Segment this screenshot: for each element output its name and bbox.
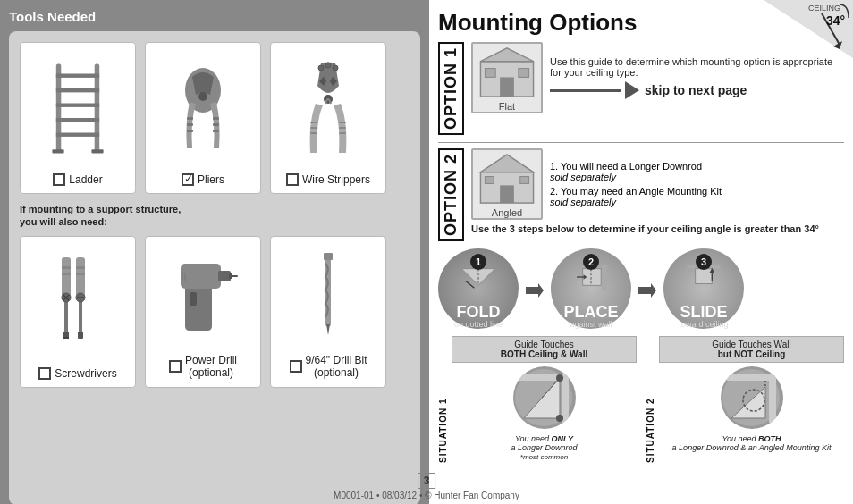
step3-number: 3 [696,254,712,270]
angle-badge: CEILING 34° [755,0,853,58]
power-drill-label: Power Drill(optional) [169,354,237,380]
svg-rect-40 [76,273,85,275]
step1-number: 1 [470,254,486,270]
step2-number: 2 [583,254,599,270]
situation2-label: SITUATION 2 [646,336,655,463]
svg-rect-3 [56,88,99,92]
tools-row-1: Ladder [20,42,410,194]
svg-rect-44 [218,271,231,281]
svg-marker-71 [526,283,544,298]
left-panel: Tools Needed [0,0,429,504]
tool-card-drill-bit: 9/64" Drill Bit(optional) [270,236,386,388]
wire-strippers-label: Wire Strippers [286,173,370,186]
svg-rect-18 [310,122,317,123]
situation1-header: Guide TouchesBOTH Ceiling & Wall [452,336,637,363]
option2-item2-sub: sold separately [550,197,616,207]
svg-marker-59 [480,48,533,62]
option2-block: OPTION 2 Angled [438,148,844,241]
arrow-line [550,89,621,92]
svg-rect-13 [187,130,193,132]
situation2-circle [721,366,783,429]
tool-card-ladder: Ladder [20,42,136,194]
option2-item1: 1. You will need a Longer Downrodsold se… [550,161,844,182]
svg-rect-46 [190,292,197,306]
svg-rect-4 [56,104,99,107]
page-number: 3 [418,473,436,489]
footer: 3 M0001-01 • 08/03/12 • © Hunter Fan Com… [334,473,519,500]
svg-rect-11 [187,117,193,120]
svg-rect-43 [181,264,221,289]
svg-marker-51 [326,324,330,335]
drill-bit-label: 9/64" Drill Bit(optional) [290,354,367,380]
svg-rect-39 [76,266,85,269]
situation2-block: SITUATION 2 Guide Touches Wallbut NOT Ce… [646,336,844,463]
step-arrow-2 [637,280,658,301]
svg-rect-21 [339,122,346,123]
tool-card-power-drill: Power Drill(optional) [145,236,261,388]
drill-bit-checkbox[interactable] [290,360,302,373]
ladder-label: Ladder [53,173,102,186]
copyright: M0001-01 • 08/03/12 • © Hunter Fan Compa… [334,491,519,500]
svg-rect-79 [696,269,713,284]
svg-rect-19 [310,127,317,129]
svg-point-24 [318,65,324,71]
situation2-header-bold: but NOT Ceiling [718,349,786,359]
ladder-checkbox[interactable] [53,173,65,186]
pliers-label: Pliers [182,173,224,186]
situation1-header-bold: BOTH Ceiling & Wall [501,349,587,359]
svg-rect-62 [519,69,529,78]
situation1-footnote: *most common [520,453,568,461]
wire-strippers-checkbox[interactable] [286,173,299,186]
svg-marker-64 [480,155,533,172]
angled-house-icon: Angled [471,148,543,220]
svg-rect-66 [485,177,494,184]
svg-point-88 [556,415,563,422]
screwdrivers-checkbox[interactable] [38,367,51,380]
step3-action: SLIDE [680,304,727,320]
svg-text:CEILING: CEILING [808,4,840,13]
situation2-note: You need BOTHa Longer Downrod & an Angle… [659,433,844,454]
situation1-label: SITUATION 1 [438,336,448,463]
svg-rect-27 [62,257,71,298]
step2-action: PLACE [563,304,618,320]
option1-label: OPTION 1 [438,42,464,135]
flat-label: Flat [499,101,515,112]
situation2-header: Guide Touches Wallbut NOT Ceiling [659,336,844,363]
left-panel-title: Tools Needed [9,9,420,24]
skip-arrow [550,81,639,99]
svg-rect-20 [310,132,317,134]
situation1-note: You need ONLYa Longer Downrod *most comm… [452,433,637,463]
pliers-checkbox[interactable] [182,173,194,186]
svg-line-70 [466,281,474,288]
svg-rect-15 [213,123,219,126]
svg-rect-7 [52,149,63,153]
use-steps-text: Use the 3 steps below to determine if yo… [471,223,844,234]
option2-desc: 1. You will need a Longer Downrodsold se… [550,161,844,207]
svg-rect-31 [62,273,71,275]
step3-circle: 3 SLIDE toward ceiling [663,248,744,329]
situation1-circle [513,366,576,429]
svg-rect-38 [78,332,83,339]
step1-circle: 1 FOLD on dotted line [438,248,519,329]
svg-rect-52 [324,253,333,260]
svg-rect-91 [769,374,776,423]
situation1-block: SITUATION 1 Guide TouchesBOTH Ceiling & … [438,336,637,463]
wire-strippers-icon [271,43,385,173]
svg-point-87 [556,374,563,382]
arrow-head [625,81,639,99]
svg-rect-65 [500,185,514,203]
drill-icon [146,237,260,354]
skip-text: skip to next page [645,83,747,97]
steps-row: 1 FOLD on dotted line 2 [438,248,844,329]
step-arrow-1 [524,280,545,301]
step2-sub: against wall [570,320,612,329]
svg-point-26 [333,65,338,71]
power-drill-checkbox[interactable] [169,360,182,373]
option2-item1-sub: sold separately [550,172,616,182]
step3-sub: toward ceiling [679,320,728,329]
tools-container: Ladder [9,31,420,504]
svg-rect-12 [187,123,193,126]
svg-rect-5 [56,118,99,122]
screwdrivers-icon [21,237,135,367]
option1-description: Use this guide to determine which mounti… [550,56,844,78]
